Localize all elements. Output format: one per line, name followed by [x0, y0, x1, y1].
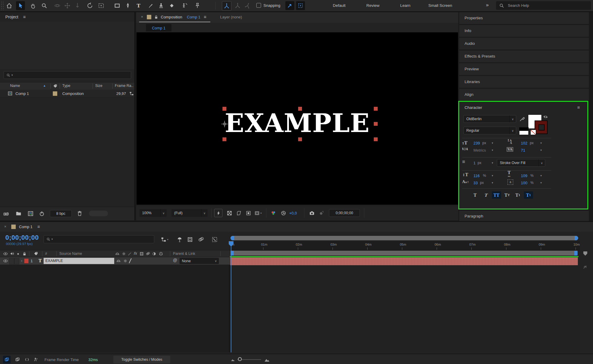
grid-guides-button[interactable]: ▼ [254, 209, 263, 217]
tab-label-color-chip[interactable] [147, 15, 151, 19]
region-of-interest-button[interactable] [235, 209, 243, 217]
leading-dropdown-icon[interactable]: ▼ [540, 142, 542, 144]
timeline-zoom-knob[interactable] [238, 357, 242, 361]
motion-blur-column-icon[interactable] [146, 252, 150, 256]
fx-column-icon[interactable]: fx [133, 251, 137, 255]
label-column-tag-icon[interactable] [53, 84, 58, 88]
swap-fill-stroke-icon[interactable] [543, 114, 548, 120]
expand-inout-panes-button[interactable] [23, 356, 31, 363]
panel-tab-libraries[interactable]: Libraries [459, 76, 589, 88]
exposure-value[interactable]: +0,0 [289, 211, 297, 215]
project-item-row[interactable]: Comp 1 Composition 29,97 [0, 90, 134, 98]
no-color-swatch[interactable] [530, 130, 536, 135]
selection-handle[interactable] [374, 137, 378, 141]
layer-collapse-switch[interactable] [123, 259, 128, 263]
tracking-dropdown-icon[interactable]: ▼ [540, 149, 542, 152]
stroke-width-value[interactable]: 1 [473, 161, 476, 165]
solo-column-icon[interactable] [16, 252, 20, 256]
anchor-point-icon[interactable] [221, 120, 228, 128]
layer-audio-cell[interactable] [9, 258, 14, 264]
horizontal-scale-value[interactable]: 109 [521, 174, 527, 178]
parent-link-select[interactable]: None ∨ [179, 258, 219, 264]
panel-tab-properties[interactable]: Properties [459, 12, 589, 24]
3d-layer-column-icon[interactable] [159, 252, 163, 256]
parent-link-column-header[interactable]: Parent & Link [173, 252, 195, 256]
panel-tab-preview[interactable]: Preview [459, 63, 589, 75]
small-caps-button[interactable]: TT [503, 191, 512, 199]
search-help-input[interactable] [507, 3, 588, 8]
interpret-footage-icon[interactable] [3, 210, 9, 217]
faux-bold-button[interactable]: T [470, 191, 480, 199]
timeline-search-box[interactable]: ▼ [44, 235, 154, 243]
panel-tab-paragraph[interactable]: Paragraph [459, 211, 589, 222]
layer-list-empty-area[interactable] [0, 265, 230, 352]
zoom-out-timeline-icon[interactable] [231, 358, 235, 362]
layer-lock-cell[interactable] [14, 258, 19, 264]
project-panel-menu-icon[interactable]: ≡ [23, 14, 26, 19]
layer-visibility-eye-icon[interactable] [3, 258, 8, 263]
fast-preview-button[interactable] [214, 209, 222, 217]
tsume-value[interactable]: 100 [521, 181, 527, 185]
color-depth-button[interactable]: 8 bpc [50, 210, 72, 217]
zoom-tool-button[interactable] [40, 1, 49, 10]
column-size[interactable]: Size [95, 84, 102, 88]
eraser-tool-button[interactable] [167, 1, 176, 10]
vertical-scale-dropdown-icon[interactable]: ▼ [491, 174, 494, 177]
pen-tool-button[interactable] [123, 1, 132, 10]
font-style-select[interactable]: Regular ∨ [463, 127, 516, 134]
graph-editor-button[interactable] [210, 235, 219, 244]
shy-toggle-button[interactable] [32, 356, 40, 363]
selection-handle[interactable] [374, 107, 378, 111]
layer-duration-bar[interactable] [230, 257, 578, 265]
font-size-dropdown-icon[interactable]: ▼ [491, 142, 494, 144]
panel-tab-audio[interactable]: Audio [459, 38, 589, 50]
comp-breadcrumb-chip[interactable]: Comp 1 [146, 24, 171, 31]
workspace-tab-review[interactable]: Review [366, 3, 379, 8]
superscript-button[interactable]: T1 [513, 191, 522, 199]
project-search-box[interactable]: ▼ [4, 71, 131, 79]
all-caps-button[interactable]: TT [492, 191, 501, 199]
rectangle-tool-button[interactable] [113, 1, 122, 10]
frame-blend-column-icon[interactable] [139, 252, 144, 256]
selection-handle[interactable] [222, 107, 226, 111]
snapping-checkbox[interactable] [256, 3, 261, 8]
project-search-options-icon[interactable]: ▼ [11, 74, 13, 77]
layer-row[interactable]: › 1 T EXAMPLE @ None ∨ [0, 257, 230, 265]
sort-ascending-icon[interactable]: ▲ [43, 84, 46, 87]
baseline-shift-dropdown-icon[interactable]: ▼ [491, 182, 494, 184]
world-axis-mode-button[interactable] [233, 1, 242, 10]
tab-label-color-chip[interactable] [11, 225, 16, 229]
project-item-name[interactable]: Comp 1 [15, 91, 29, 96]
workspace-tab-learn[interactable]: Learn [400, 3, 411, 8]
source-name-column-header[interactable]: Source Name [59, 252, 82, 256]
quality-column-icon[interactable] [128, 252, 132, 256]
selection-handle[interactable] [222, 137, 226, 141]
faux-italic-button[interactable]: T [481, 191, 490, 199]
rotation-tool-button[interactable] [85, 1, 94, 10]
panel-tab-align[interactable]: Align [459, 89, 589, 101]
lock-icon[interactable] [154, 15, 158, 19]
expand-layer-switches-button[interactable] [3, 356, 11, 363]
stroke-color-swatch[interactable] [535, 120, 548, 134]
home-button[interactable] [5, 1, 14, 10]
workspace-tab-default[interactable]: Default [333, 3, 346, 8]
local-axis-mode-button[interactable] [222, 1, 231, 11]
close-tab-icon[interactable]: × [4, 224, 7, 229]
kerning-value[interactable]: Metrics [473, 148, 486, 152]
expand-transfer-controls-button[interactable] [14, 356, 21, 363]
puppet-pin-tool-button[interactable] [193, 1, 202, 10]
show-snapshot-button[interactable] [317, 209, 325, 217]
work-area-end-handle[interactable] [574, 251, 578, 255]
type-tool-button[interactable]: T [134, 1, 143, 10]
view-axis-mode-button[interactable] [243, 1, 252, 10]
show-channels-button[interactable] [269, 209, 277, 217]
time-ruler[interactable]: 0m 01m 02m 03m 04m 05m 06m 07m 08m 09m 1… [230, 241, 580, 250]
magnification-select[interactable]: 100% ∨ [139, 209, 167, 217]
snap-along-edges-button[interactable] [285, 1, 294, 10]
layer-shy-switch[interactable] [116, 259, 121, 263]
column-frame-rate[interactable]: Frame Ra.. [115, 84, 133, 88]
navigator-end-handle[interactable] [575, 236, 578, 240]
viewer-tab-title[interactable]: Composition [161, 15, 182, 19]
audio-column-speaker-icon[interactable] [10, 251, 15, 256]
new-composition-icon[interactable] [27, 210, 34, 217]
